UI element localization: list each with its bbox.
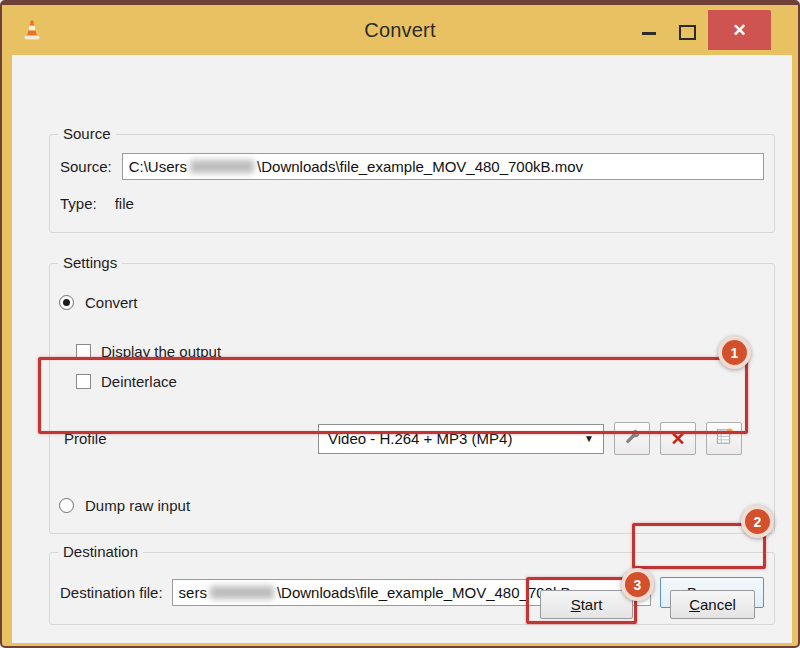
settings-group-title: Settings	[58, 254, 122, 271]
dump-raw-input-row[interactable]: Dump raw input	[59, 497, 190, 514]
source-group-title: Source	[58, 125, 116, 142]
chevron-down-icon: ▼	[584, 433, 594, 444]
destination-group-title: Destination	[58, 543, 143, 560]
convert-radio-label: Convert	[85, 294, 138, 311]
convert-radio-row[interactable]: Convert	[59, 294, 138, 311]
maximize-button[interactable]	[672, 19, 702, 45]
convert-radio[interactable]	[59, 295, 74, 310]
source-path-input[interactable]: C:\Users \Downloads\file_example_MOV_480…	[122, 153, 764, 180]
source-path-prefix: C:\Users	[129, 158, 187, 175]
step-badge-3: 3	[621, 568, 654, 601]
close-button[interactable]: ✕	[708, 10, 771, 50]
destination-path-prefix: sers	[179, 584, 207, 601]
step-badge-2: 2	[741, 505, 774, 538]
source-label: Source:	[60, 158, 112, 175]
source-groupbox: Source Source: C:\Users \Downloads\file_…	[49, 134, 775, 233]
type-value: file	[115, 195, 134, 212]
close-icon: ✕	[732, 20, 746, 41]
step-badge-1: 1	[718, 336, 751, 369]
destination-file-label: Destination file:	[60, 584, 163, 601]
type-label: Type:	[60, 195, 97, 212]
convert-dialog-window: Convert ✕ Source Source: C:\Users \Downl…	[0, 0, 800, 648]
maximize-icon	[679, 25, 696, 40]
cancel-button-label: Cancel	[689, 596, 736, 613]
redacted-username-blur	[210, 586, 274, 599]
dump-raw-input-radio[interactable]	[59, 498, 74, 513]
dump-raw-input-label: Dump raw input	[85, 497, 190, 514]
source-path-suffix: \Downloads\file_example_MOV_480_700kB.mo…	[257, 158, 583, 175]
annotation-box-profile	[38, 357, 748, 434]
cancel-button[interactable]: Cancel	[670, 590, 755, 619]
minimize-button[interactable]	[634, 23, 664, 43]
redacted-username-blur	[190, 160, 254, 173]
minimize-icon	[642, 32, 656, 35]
